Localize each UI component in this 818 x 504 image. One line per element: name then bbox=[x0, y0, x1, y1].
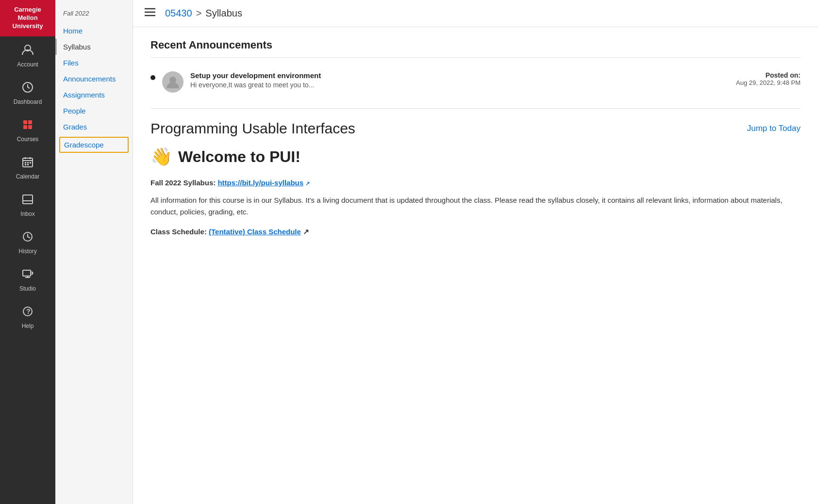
svg-rect-13 bbox=[25, 164, 26, 165]
nav-item-files[interactable]: Files bbox=[55, 55, 133, 71]
help-icon: ? bbox=[22, 306, 33, 320]
syllabus-header: Programming Usable Interfaces Jump to To… bbox=[150, 120, 801, 137]
courses-icon bbox=[22, 119, 33, 133]
nav-item-gradescope[interactable]: Gradescope bbox=[59, 137, 129, 153]
logo-line3: University bbox=[13, 22, 43, 31]
syllabus-url-link[interactable]: https://bit.ly/pui-syllabus bbox=[217, 179, 303, 187]
account-icon bbox=[21, 43, 34, 59]
class-schedule-ext-icon: ↗ bbox=[303, 228, 309, 236]
svg-rect-11 bbox=[27, 162, 29, 163]
sidebar-item-help[interactable]: ? Help bbox=[0, 299, 55, 336]
svg-rect-14 bbox=[27, 164, 29, 165]
svg-text:?: ? bbox=[26, 308, 31, 315]
course-nav: Fall 2022 Home Syllabus Files Announceme… bbox=[55, 0, 133, 504]
syllabus-link-label: Fall 2022 Syllabus: bbox=[150, 179, 216, 187]
nav-item-grades[interactable]: Grades bbox=[55, 119, 133, 135]
main-content: 05430 > Syllabus Recent Announcements Se… bbox=[133, 0, 818, 504]
hamburger-menu-icon[interactable] bbox=[145, 8, 155, 19]
welcome-heading: 👋 Welcome to PUI! bbox=[150, 146, 801, 167]
svg-rect-10 bbox=[25, 162, 26, 163]
sidebar-item-inbox[interactable]: Inbox bbox=[0, 187, 55, 224]
announcement-unread-dot bbox=[150, 75, 155, 80]
announcement-preview: Hi everyone,It was great to meet you to.… bbox=[190, 81, 729, 89]
announcement-meta: Posted on: Aug 29, 2022, 9:48 PM bbox=[736, 71, 801, 86]
svg-marker-19 bbox=[32, 271, 33, 276]
sidebar-item-dashboard[interactable]: Dashboard bbox=[0, 75, 55, 112]
sidebar-item-account-label: Account bbox=[17, 61, 38, 68]
nav-item-people[interactable]: People bbox=[55, 103, 133, 119]
breadcrumb: 05430 > Syllabus bbox=[165, 8, 242, 19]
sidebar-item-courses[interactable]: Courses bbox=[0, 112, 55, 149]
jump-to-today-button[interactable]: Jump to Today bbox=[747, 124, 801, 133]
sidebar-item-account[interactable]: Account bbox=[0, 36, 55, 75]
dashboard-icon bbox=[22, 81, 33, 96]
course-title: Programming Usable Interfaces bbox=[150, 120, 355, 137]
cmu-logo: Carnegie Mellon University bbox=[0, 0, 55, 36]
nav-item-announcements[interactable]: Announcements bbox=[55, 71, 133, 87]
logo-line2: Mellon bbox=[13, 14, 43, 22]
sidebar-item-calendar[interactable]: Calendar bbox=[0, 149, 55, 187]
history-icon bbox=[22, 231, 33, 245]
sidebar-item-inbox-label: Inbox bbox=[20, 211, 34, 217]
class-schedule-label: Class Schedule: bbox=[150, 228, 207, 236]
sidebar-item-history[interactable]: History bbox=[0, 224, 55, 261]
studio-icon bbox=[22, 268, 33, 283]
nav-item-home[interactable]: Home bbox=[55, 23, 133, 39]
logo-line1: Carnegie bbox=[13, 6, 43, 14]
breadcrumb-separator: > bbox=[196, 8, 202, 19]
sidebar-item-history-label: History bbox=[18, 248, 36, 255]
content-area: Recent Announcements Setup your developm… bbox=[133, 27, 818, 504]
announcement-avatar bbox=[162, 71, 184, 93]
announcements-section: Recent Announcements Setup your developm… bbox=[150, 39, 801, 109]
posted-date: Aug 29, 2022, 9:48 PM bbox=[736, 79, 801, 86]
inbox-icon bbox=[22, 194, 33, 208]
svg-rect-12 bbox=[30, 162, 31, 163]
svg-rect-5 bbox=[28, 125, 32, 129]
svg-rect-2 bbox=[23, 120, 27, 124]
svg-rect-18 bbox=[23, 270, 31, 276]
sidebar-item-studio[interactable]: Studio bbox=[0, 261, 55, 299]
announcements-title: Recent Announcements bbox=[150, 39, 801, 58]
external-link-icon: ↗ bbox=[305, 180, 310, 186]
class-schedule-link[interactable]: (Tentative) Class Schedule bbox=[209, 228, 301, 236]
announcement-subject[interactable]: Setup your development environment bbox=[190, 71, 729, 80]
nav-item-syllabus[interactable]: Syllabus bbox=[55, 39, 133, 55]
wave-emoji: 👋 bbox=[150, 146, 172, 167]
sidebar-item-studio-label: Studio bbox=[19, 285, 36, 292]
breadcrumb-course-number[interactable]: 05430 bbox=[165, 8, 192, 19]
calendar-icon bbox=[22, 156, 33, 171]
class-schedule-row: Class Schedule: (Tentative) Class Schedu… bbox=[150, 228, 801, 236]
posted-label: Posted on: bbox=[736, 71, 801, 79]
nav-item-assignments[interactable]: Assignments bbox=[55, 87, 133, 103]
sidebar: Carnegie Mellon University Account Dashb… bbox=[0, 0, 55, 504]
semester-label: Fall 2022 bbox=[55, 10, 133, 23]
sidebar-item-help-label: Help bbox=[22, 323, 34, 329]
svg-rect-4 bbox=[23, 125, 27, 129]
sidebar-item-courses-label: Courses bbox=[17, 136, 39, 143]
svg-rect-15 bbox=[23, 195, 33, 204]
welcome-text: Welcome to PUI! bbox=[178, 148, 300, 166]
syllabus-body-text: All information for this course is in ou… bbox=[150, 195, 801, 218]
sidebar-item-calendar-label: Calendar bbox=[16, 173, 40, 180]
breadcrumb-current-page: Syllabus bbox=[205, 8, 242, 19]
syllabus-link-row: Fall 2022 Syllabus: https://bit.ly/pui-s… bbox=[150, 179, 801, 187]
svg-rect-3 bbox=[28, 120, 32, 124]
announcement-body: Setup your development environment Hi ev… bbox=[190, 71, 729, 89]
sidebar-item-dashboard-label: Dashboard bbox=[14, 98, 42, 105]
svg-point-27 bbox=[169, 77, 176, 83]
top-header: 05430 > Syllabus bbox=[133, 0, 818, 27]
announcement-item: Setup your development environment Hi ev… bbox=[150, 65, 801, 98]
